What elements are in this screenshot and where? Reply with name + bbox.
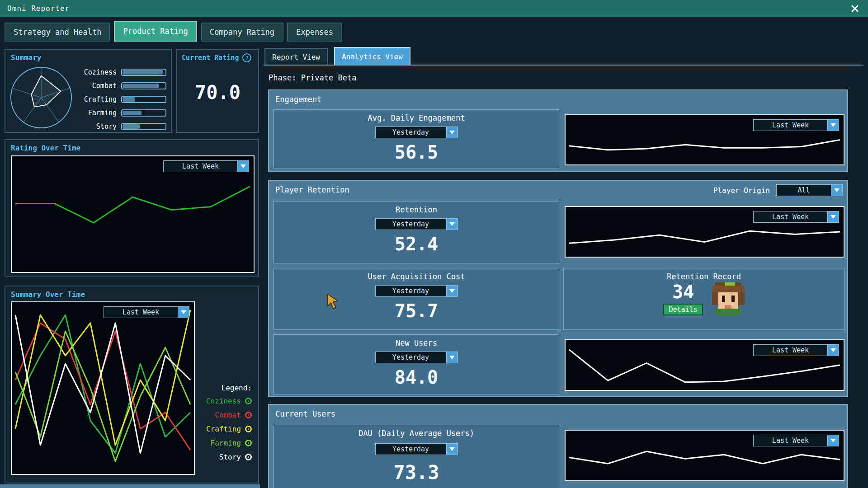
- stat-label: Farming: [88, 109, 117, 117]
- tab-analytics-view[interactable]: Analytics View: [334, 47, 410, 65]
- legend-item-farming: Farming: [192, 439, 252, 447]
- dau-value: 73.3: [393, 461, 439, 483]
- legend-ring-icon: [245, 440, 252, 446]
- current-rating-panel: Current Rating ? 70.0: [176, 49, 259, 133]
- chevron-down-icon: [827, 211, 839, 222]
- stat-label: Coziness: [84, 68, 117, 76]
- player-origin-group: Player Origin All: [713, 184, 843, 196]
- metric-title: Retention Record: [667, 272, 741, 281]
- dropdown-value: Yesterday: [376, 352, 446, 363]
- tab-expenses[interactable]: Expenses: [287, 23, 342, 42]
- legend-item-combat: Combat: [192, 411, 252, 419]
- legend-title: Legend:: [192, 384, 252, 392]
- summary-over-time-chart: Last Week: [11, 301, 195, 475]
- view-tab-bar: Report View Analytics View: [264, 47, 410, 65]
- metric-title: User Acquisition Cost: [368, 272, 465, 281]
- player-retention-section-title: Player Retention: [275, 185, 349, 194]
- stat-row-story: Story: [70, 123, 166, 130]
- summary-stats: Coziness Combat Crafting Farming Story: [70, 69, 166, 136]
- legend-ring-icon: [245, 398, 252, 404]
- dau-chart: Last Week: [565, 430, 844, 481]
- legend-label: Farming: [211, 439, 241, 447]
- engagement-range-dropdown[interactable]: Last Week: [753, 119, 839, 131]
- summary-title: Summary: [5, 50, 171, 66]
- help-icon[interactable]: ?: [242, 53, 251, 62]
- current-users-section: Current Users DAU (Daily Average Users) …: [268, 404, 848, 488]
- stat-bar-fill: [123, 84, 159, 88]
- stat-bar-combat: [121, 82, 166, 89]
- engagement-period-dropdown[interactable]: Yesterday: [375, 127, 458, 138]
- legend-item-crafting: Crafting: [192, 425, 252, 433]
- dropdown-value: Last Week: [104, 307, 178, 318]
- chevron-down-icon: [446, 286, 458, 296]
- summary-panel: Summary Coziness Combat Crafting Farming…: [5, 49, 172, 133]
- view-tab-divider: [264, 65, 863, 66]
- engagement-chart: Last Week: [565, 114, 844, 165]
- engagement-section: Engagement Avg. Daily Engagement Yesterd…: [268, 89, 848, 172]
- metric-title: Retention: [396, 205, 437, 214]
- new-users-card: New Users Yesterday 84.0: [274, 334, 559, 394]
- user-acquisition-cost-card: User Acquisition Cost Yesterday 75.7: [274, 268, 559, 330]
- tab-product-rating[interactable]: Product Rating: [114, 21, 197, 42]
- window-title: Omni Reporter: [7, 4, 70, 13]
- legend-ring-icon: [245, 426, 252, 432]
- tab-report-view[interactable]: Report View: [264, 48, 328, 65]
- legend-label: Combat: [215, 411, 241, 419]
- chevron-down-icon: [446, 219, 458, 230]
- details-button[interactable]: Details: [663, 304, 703, 315]
- retention-range-dropdown[interactable]: Last Week: [753, 211, 839, 223]
- new-users-range-dropdown[interactable]: Last Week: [753, 344, 839, 356]
- dropdown-value: Yesterday: [376, 219, 446, 230]
- dau-range-dropdown[interactable]: Last Week: [753, 435, 839, 446]
- chevron-down-icon: [178, 307, 189, 318]
- player-origin-dropdown[interactable]: All: [776, 184, 843, 196]
- player-retention-section: Player Retention Player Origin All Reten…: [268, 180, 848, 397]
- chevron-down-icon: [827, 435, 839, 446]
- chevron-down-icon: [237, 161, 249, 172]
- chevron-down-icon: [827, 345, 839, 356]
- legend-label: Crafting: [206, 425, 241, 433]
- engagement-value: 56.5: [395, 142, 438, 163]
- new-users-period-dropdown[interactable]: Yesterday: [375, 352, 458, 363]
- chevron-down-icon: [446, 352, 458, 363]
- retention-card: Retention Yesterday 52.4: [274, 201, 559, 263]
- chevron-down-icon: [831, 185, 842, 196]
- stat-bar-fill: [123, 70, 163, 75]
- phase-label: Phase: Private Beta: [269, 73, 356, 82]
- summary-multi-line-chart: [12, 302, 194, 474]
- dropdown-value: Last Week: [754, 435, 827, 446]
- stat-bar-fill: [123, 111, 142, 115]
- retention-chart: Last Week: [565, 206, 844, 258]
- main-tab-bar: Strategy and Health Product Rating Compa…: [0, 17, 868, 42]
- summary-over-time-panel: Summary Over Time Last Week Legend: Cozi…: [5, 286, 259, 483]
- stat-row-coziness: Coziness: [70, 69, 166, 76]
- avg-daily-engagement-card: Avg. Daily Engagement Yesterday 56.5: [274, 109, 559, 169]
- tab-company-rating[interactable]: Company Rating: [201, 23, 283, 42]
- dau-period-dropdown[interactable]: Yesterday: [375, 443, 458, 455]
- close-button[interactable]: [849, 3, 861, 14]
- rating-range-dropdown[interactable]: Last Week: [163, 160, 249, 172]
- metric-title: Avg. Daily Engagement: [368, 113, 465, 122]
- stat-row-farming: Farming: [70, 109, 166, 117]
- horizontal-scrollbar[interactable]: [0, 484, 260, 488]
- uac-period-dropdown[interactable]: Yesterday: [375, 285, 458, 297]
- legend-item-coziness: Coziness: [192, 397, 252, 405]
- stat-bar-crafting: [121, 96, 166, 103]
- current-rating-title: Current Rating: [182, 54, 239, 62]
- summary-range-dropdown[interactable]: Last Week: [104, 306, 189, 318]
- dropdown-value: Last Week: [754, 345, 827, 356]
- rating-line-chart: [12, 156, 254, 272]
- tab-strategy-and-health[interactable]: Strategy and Health: [5, 23, 110, 42]
- retention-period-dropdown[interactable]: Yesterday: [375, 218, 458, 230]
- stat-label: Story: [96, 122, 117, 131]
- dropdown-value: Yesterday: [376, 444, 446, 455]
- chevron-down-icon: [446, 127, 458, 138]
- stat-bar-fill: [123, 97, 135, 102]
- retention-record-card: Retention Record 34 Details: [563, 268, 844, 330]
- stat-label: Combat: [92, 82, 117, 90]
- player-origin-label: Player Origin: [713, 186, 770, 195]
- dropdown-value: Yesterday: [376, 286, 446, 296]
- current-rating-value: 70.0: [177, 81, 258, 103]
- uac-value: 75.7: [395, 300, 438, 321]
- metric-title: DAU (Daily Average Users): [359, 429, 474, 438]
